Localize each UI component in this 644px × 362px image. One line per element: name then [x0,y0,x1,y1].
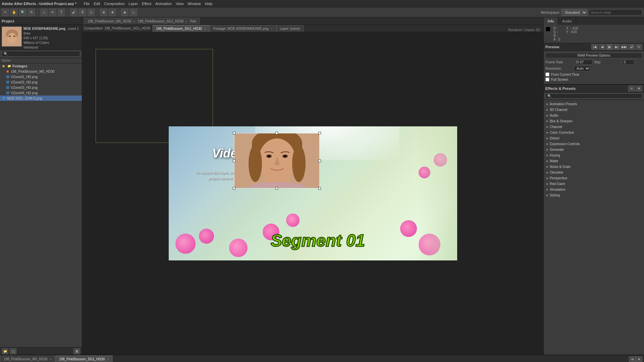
handle-ml[interactable] [233,160,235,162]
workspace-dropdown[interactable]: Standard [561,9,587,16]
list-item[interactable]: ▶ 📁 Footages [0,63,82,69]
transport-audio[interactable]: 🔊 [628,44,635,50]
effects-menu-btn[interactable]: ▼ [636,85,642,92]
tool-shape[interactable]: □ [40,9,48,16]
list-item[interactable]: 🖼 VZone02_HD.png [0,79,82,85]
transport-prev-frame[interactable]: ◀ [599,44,605,50]
new-folder-btn[interactable]: 📁 [2,348,8,354]
handle-bl[interactable] [233,187,235,190]
image-icon: 🖼 [5,91,9,95]
from-current-time-checkbox[interactable] [545,72,549,76]
effect-group-header[interactable]: ▶ 3D Channel [545,107,642,112]
effects-search-input[interactable] [545,94,642,99]
effect-group-header[interactable]: ▶ Matte [545,159,642,164]
effect-group-header[interactable]: ▶ Simulation [545,187,642,192]
list-item[interactable]: 🖼 VZone04_HD.png [0,90,82,96]
tab-comp-sg1[interactable]: 198_PinkBlossom_SG1_HD30 × [152,25,210,32]
effect-group-header[interactable]: ▶ Audio [545,113,642,118]
tab-info[interactable]: Info [544,17,558,25]
new-comp-btn[interactable]: ◻ [10,348,16,354]
tool-rotate[interactable]: ↻ [28,9,35,16]
composition-canvas[interactable]: Video To replace this layer, select it i… [82,32,543,355]
tool-eraser[interactable]: ◻ [88,9,95,16]
transport-next-frame[interactable]: ▶| [613,44,620,50]
tool-clone[interactable]: S [79,9,86,16]
handle-mr[interactable] [318,160,321,162]
effect-group-header[interactable]: ▶ Color Correction [545,130,642,135]
tab-close-icon[interactable]: × [204,27,206,31]
svg-point-15 [249,145,262,182]
effect-group-header[interactable]: ▶ Keying [545,153,642,158]
handle-br[interactable] [318,187,321,190]
search-help-input[interactable] [589,9,642,15]
effect-group-header[interactable]: ▶ Channel [545,124,642,129]
list-item[interactable]: 🖼 VZone03_HD.png [0,85,82,90]
effect-group-header[interactable]: ▶ Perspective [545,176,642,181]
effect-group-header[interactable]: ▶ Distort [545,136,642,141]
list-item[interactable]: 🖼 VZone01_HD.png [0,74,82,79]
tool-zoom[interactable]: 🔍 [19,9,26,16]
tab-layer[interactable]: Layer: (none) [276,25,304,32]
tab-close-m5-icon[interactable]: × [50,358,52,361]
tool-puppet[interactable]: ★ [109,9,116,16]
timeline-menu-btn[interactable]: ▼ [636,356,642,362]
project-search-input[interactable] [2,51,80,57]
menu-animation[interactable]: Animation [155,2,172,6]
transport-loop[interactable]: ↻ [636,44,642,50]
tab-timeline-m5[interactable]: 198_PinkBlossom_M5_HD30 × [0,356,55,362]
effect-group-header[interactable]: ▶ Blur & Sharpen [545,119,642,124]
effect-group-header[interactable]: ▶ Red Giant [545,181,642,186]
list-item[interactable]: ◼ 198_PinkBlossom_M5_HD30 [0,69,82,74]
comp-tab-breadcrumb[interactable]: 198_PinkBlossom_M5_HD30 ▸ 198_PinkBlosso… [84,18,200,24]
tool-pen[interactable]: ✏ [49,9,56,16]
menu-help[interactable]: Help [205,2,213,6]
tool-brush[interactable]: 🖌 [70,9,77,16]
timeline-panel: 198_PinkBlossom_M5_HD30 × 198_PinkBlosso… [0,355,644,362]
handle-tl[interactable] [233,132,235,134]
menu-effect[interactable]: Effect [142,2,151,6]
handle-tm[interactable] [275,132,278,134]
collapse-expand-btn[interactable]: ≪ [629,356,636,362]
photo-layer[interactable] [234,133,320,188]
menu-layer[interactable]: Layer [129,2,138,6]
effect-group-header[interactable]: ▶ Generate [545,147,642,152]
transport-to-end[interactable]: ▶▶| [621,44,628,50]
preview-panel-header: Preview |◀ ◀ ▶ ▶| ▶▶| 🔊 ↻ [544,43,644,51]
menu-view[interactable]: View [176,2,184,6]
list-item[interactable]: 🖼 МОЕ ИЗО...ЕНИ Е.png [0,96,82,101]
effects-collapse-btn[interactable]: ≡ [628,85,635,92]
tab-audio[interactable]: Audio [558,17,576,25]
tab-footage[interactable]: Footage: МОЕ ИЗОБРАЖЕНИЕ.png × [210,25,276,32]
skip-input[interactable] [623,60,634,65]
project-search-bar[interactable] [0,50,82,58]
menu-window[interactable]: Window [188,2,201,6]
tool-select[interactable]: ↖ [2,9,9,16]
effect-group-header[interactable]: ▶ Expression Controls [545,141,642,146]
menu-composition[interactable]: Composition [104,2,124,6]
full-screen-checkbox[interactable] [545,77,549,81]
effect-group-header[interactable]: ▶ Animation Presets [545,102,642,107]
tool-roto[interactable]: ⊛ [100,9,107,16]
tab-timeline-sg1[interactable]: 198_PinkBlossom_SG1_HD30 × [55,356,113,362]
tab-close-footage-icon[interactable]: × [271,27,272,31]
delete-item-btn[interactable]: 🗑 [73,348,80,354]
effect-group-header[interactable]: ▶ Styling [545,193,642,198]
ram-preview-btn[interactable]: RAM Preview Options [545,53,642,58]
tool-text[interactable]: T [58,9,65,16]
handle-tr[interactable] [318,132,321,134]
group-label: Obsolete [550,171,563,174]
effect-group-header[interactable]: ▶ Noise & Grain [545,164,642,169]
transport-to-start[interactable]: |◀ [591,44,598,50]
menu-edit[interactable]: Edit [94,2,100,6]
tool-extra2[interactable]: ◇ [130,9,137,16]
transport-play-pause[interactable]: ▶ [606,44,613,50]
effect-group-header[interactable]: ▶ Obsolete [545,170,642,175]
tool-extra1[interactable]: ◈ [121,9,128,16]
resolution-dropdown[interactable]: Auto [574,66,590,71]
tab-close-sg1-icon[interactable]: × [107,358,109,361]
viewer-area: Active Camera [82,32,543,355]
handle-bm[interactable] [275,187,278,190]
menu-file[interactable]: File [84,2,90,6]
frame-rate-input[interactable] [574,60,592,65]
tool-hand[interactable]: ✋ [10,9,18,16]
